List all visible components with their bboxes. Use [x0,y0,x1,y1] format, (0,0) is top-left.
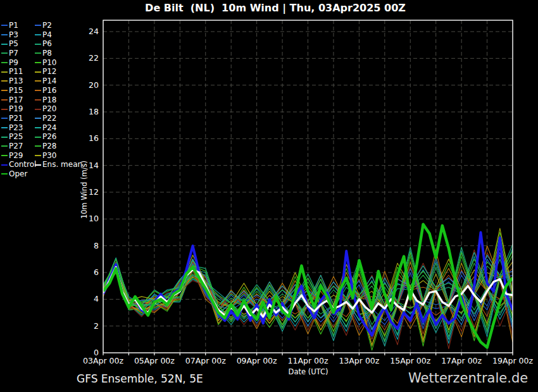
y-tick-label: 20 [75,80,99,90]
x-tick-label: 03Apr 00z [75,356,132,365]
x-tick-label: 19Apr 00z [484,356,538,365]
y-tick-label: 16 [75,133,99,143]
x-tick-label: 11Apr 00z [280,356,337,365]
y-tick-label: 12 [75,187,99,197]
y-tick-label: 2 [75,321,99,331]
y-tick-label: 22 [75,53,99,63]
y-tick-label: 8 [75,241,99,250]
site-watermark: Wetterzentrale.de [408,371,510,386]
y-tick-label: 6 [75,267,99,277]
x-tick-label: 17Apr 00z [433,356,490,365]
y-tick-label: 24 [75,27,99,36]
x-tick-label: 05Apr 00z [126,356,183,365]
y-tick-label: 14 [75,161,99,170]
y-tick-label: 4 [75,294,99,303]
x-tick-label: 07Apr 00z [177,356,234,365]
chart-canvas: De Bilt (NL) 10m Wind | Thu, 03Apr2025 0… [0,0,538,392]
x-axis-title: Date (UTC) [260,367,356,376]
x-tick-label: 13Apr 00z [330,356,387,365]
x-tick-label: 09Apr 00z [228,356,285,365]
y-tick-label: 18 [75,107,99,116]
x-tick-label: 15Apr 00z [382,356,439,365]
model-info: GFS Ensemble, 52N, 5E [77,372,203,385]
y-tick-label: 10 [75,214,99,223]
